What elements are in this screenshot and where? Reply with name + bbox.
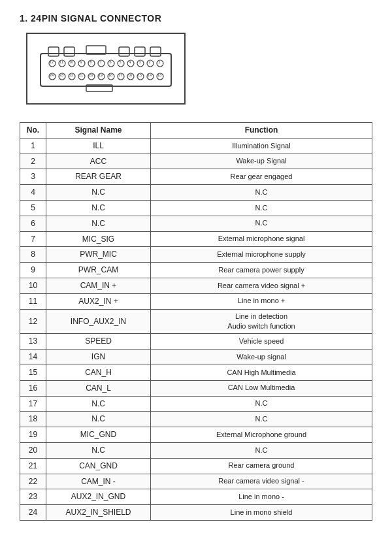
col-header-function: Function [151,123,372,138]
cell-function: N.C [151,216,372,231]
col-header-no: No. [20,123,46,138]
cell-signal: PWR_CAM [46,263,151,278]
cell-no: 19 [20,427,46,443]
svg-text:5: 5 [119,60,121,64]
table-row: 7MIC_SIGExternal microphone signal [20,231,372,247]
svg-text:21: 21 [79,73,83,77]
cell-signal: CAN_H [46,365,151,380]
cell-function: N.C [151,185,372,201]
table-row: 12INFO_AUX2_INLine in detectionAudio swi… [20,309,372,334]
cell-signal: CAN_L [46,380,151,396]
svg-rect-0 [41,54,171,86]
cell-no: 9 [20,263,46,278]
cell-no: 3 [20,169,46,185]
svg-rect-6 [150,47,161,56]
cell-signal: PWR_MIC [46,247,151,263]
svg-text:12: 12 [50,60,54,64]
cell-function: Wake-up Signal [151,154,372,169]
cell-signal: ACC [46,154,151,169]
cell-no: 14 [20,350,46,365]
svg-text:15: 15 [138,73,142,77]
table-row: 11AUX2_IN +Line in mono + [20,293,372,309]
table-row: 10CAM_IN +Rear camera video signal + [20,278,372,293]
table-row: 8PWR_MICExternal microphone supply [20,247,372,263]
svg-text:17: 17 [118,73,122,77]
cell-signal: N.C [46,442,151,458]
cell-no: 7 [20,231,46,247]
table-row: 13SPEEDVehicle speed [20,334,372,350]
table-row: 9PWR_CAMRear camera power supply [20,263,372,278]
cell-function: Rear camera video signal - [151,474,372,489]
cell-function: Rear camera power supply [151,263,372,278]
cell-no: 20 [20,442,46,458]
table-row: 2ACCWake-up Signal [20,154,372,169]
table-row: 16CAN_LCAN Low Multimedia [20,380,372,396]
cell-function: Rear camera video signal + [151,278,372,293]
cell-no: 15 [20,365,46,380]
cell-function: External microphone signal [151,231,372,247]
cell-function: Vehicle speed [151,334,372,350]
table-row: 24AUX2_IN_SHIELDLine in mono shield [20,505,372,521]
cell-signal: AUX2_IN_SHIELD [46,505,151,521]
cell-function: Line in mono shield [151,505,372,521]
table-row: 15CAN_HCAN High Multimedia [20,365,372,380]
svg-rect-5 [135,47,145,56]
cell-signal: CAN_GND [46,458,151,474]
cell-no: 18 [20,412,46,427]
signal-table: No. Signal Name Function 1ILLIlluminatio… [20,122,372,521]
svg-text:23: 23 [59,73,63,77]
svg-text:13: 13 [157,73,161,77]
cell-function: Line in mono + [151,293,372,309]
cell-no: 2 [20,154,46,169]
cell-no: 11 [20,293,46,309]
cell-no: 17 [20,396,46,412]
cell-signal: CAM_IN - [46,474,151,489]
cell-signal: SPEED [46,334,151,350]
svg-text:1: 1 [158,60,160,64]
cell-signal: REAR GEAR [46,169,151,185]
cell-function: N.C [151,442,372,458]
cell-signal: CAM_IN + [46,278,151,293]
svg-rect-4 [119,47,129,56]
table-row: 6N.CN.C [20,216,372,231]
svg-text:16: 16 [128,73,132,77]
table-row: 3REAR GEARRear gear engaged [20,169,372,185]
cell-function: CAN High Multimedia [151,365,372,380]
cell-function: Rear gear engaged [151,169,372,185]
svg-text:14: 14 [148,73,152,77]
page-title: 1. 24PIN SIGNAL CONNECTOR [20,13,372,24]
table-row: 1ILLIllumination Signal [20,138,372,154]
cell-signal: MIC_SIG [46,231,151,247]
svg-text:18: 18 [108,73,112,77]
table-row: 18N.CN.C [20,412,372,427]
cell-no: 10 [20,278,46,293]
cell-signal: N.C [46,216,151,231]
cell-function: Line in detectionAudio switch function [151,309,372,334]
cell-signal: IGN [46,350,151,365]
connector-diagram: 12 11 10 9 8 7 6 5 4 3 2 1 24 23 22 21 2… [26,33,186,105]
cell-no: 23 [20,489,46,505]
cell-no: 22 [20,474,46,489]
cell-function: Line in mono - [151,489,372,505]
svg-text:10: 10 [69,60,73,64]
cell-signal: INFO_AUX2_IN [46,309,151,334]
table-row: 19MIC_GNDExternal Microphone ground [20,427,372,443]
cell-function: Wake-up signal [151,350,372,365]
cell-no: 12 [20,309,46,334]
cell-no: 8 [20,247,46,263]
cell-signal: MIC_GND [46,427,151,443]
cell-signal: ILL [46,138,151,154]
table-row: 23AUX2_IN_GNDLine in mono - [20,489,372,505]
cell-signal: N.C [46,200,151,216]
table-row: 5N.CN.C [20,200,372,216]
svg-text:20: 20 [89,73,93,77]
svg-text:11: 11 [59,60,63,64]
table-row: 14IGNWake-up signal [20,350,372,365]
cell-function: N.C [151,396,372,412]
svg-rect-2 [64,47,74,56]
table-row: 17N.CN.C [20,396,372,412]
cell-function: External Microphone ground [151,427,372,443]
cell-signal: N.C [46,412,151,427]
cell-no: 16 [20,380,46,396]
svg-text:7: 7 [99,60,101,64]
